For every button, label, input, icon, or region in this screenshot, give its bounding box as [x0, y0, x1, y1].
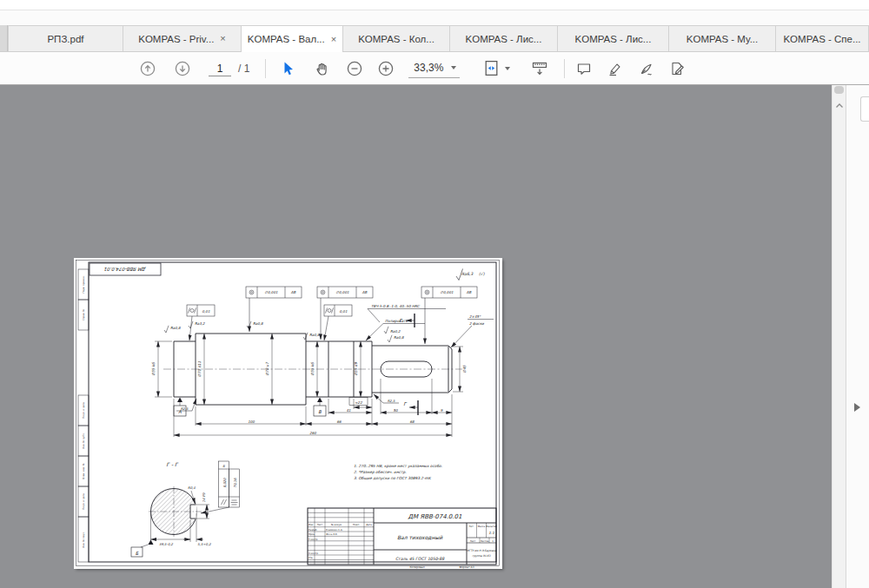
note-line: 3. Общие допуски по ГОСТ 30893.2-mK: [354, 476, 432, 480]
polish-text: Полировать: [385, 319, 408, 323]
dim-length: ≈22: [355, 400, 362, 405]
arrow-down-circle-icon: [174, 60, 191, 77]
tb-label: Н.контр.: [308, 552, 319, 555]
chamfer-qty: 2 фаски: [469, 321, 484, 326]
tb-label: Пров.: [308, 533, 315, 536]
tb-part-title: Вал тихоходный: [397, 534, 443, 540]
hand-icon: [313, 60, 330, 77]
section-cut-marks: Г Г: [399, 314, 418, 415]
margin-label: Перв. примен.: [82, 275, 85, 293]
runout-value: ∅0,001: [441, 290, 454, 294]
zoom-level-dropdown[interactable]: 33,3%: [408, 59, 460, 78]
tab-kompas-spe[interactable]: KOMPAS - Спе...: [775, 25, 869, 51]
tab-kompas-lis1[interactable]: KOMPAS - Лис...: [449, 25, 557, 51]
zoom-in-button[interactable]: [374, 56, 398, 81]
margin-label: Инв. № подл.: [82, 532, 85, 548]
minus-circle-icon: [346, 60, 363, 77]
zoom-level-value: 33,3%: [414, 62, 443, 74]
tb-label: № докум.: [331, 524, 342, 526]
tab-kompas-lis2[interactable]: KOMPAS - Лис...: [557, 25, 668, 51]
dim-radius: R2,5: [388, 399, 395, 403]
dim-length: 41: [346, 408, 351, 413]
dim-radius: R2,5: [181, 406, 189, 411]
panel-tab-stub[interactable]: [860, 96, 869, 122]
tab-kompas-priv[interactable]: KOMPAS - Priv... ×: [123, 25, 241, 51]
comment-tool-button[interactable]: [572, 56, 596, 81]
keyway-depth: 39,5-0,2: [159, 542, 173, 546]
datum-flag-b: В: [314, 398, 326, 417]
tb-group: группа Э1-63: [473, 554, 492, 558]
tab-label: KOMPAS - Лис...: [466, 34, 542, 44]
toolbar-separator: [265, 59, 266, 78]
page-fit-icon: [482, 59, 501, 77]
designation-top-rotated: ДМ ЯВВ-074.0.01: [104, 267, 146, 272]
tab-label: KOMPAS - Лис...: [575, 34, 652, 44]
plus-circle-icon: [377, 60, 395, 77]
length-dim-texts: ≈22 41 50 9 100 66 68 260: [248, 400, 443, 435]
tb-label: Лист: [317, 524, 323, 526]
roughness-value: Ra0,8: [394, 335, 404, 340]
highlight-tool-button[interactable]: [603, 56, 627, 81]
dim-diameter: ∅55 k6: [151, 362, 156, 376]
keyway-width: 14 P9: [202, 492, 206, 502]
margin-label: Подп. и дата: [82, 493, 85, 510]
tab-kompas-mu[interactable]: KOMPAS - Му...: [668, 25, 775, 51]
zoom-out-button[interactable]: [342, 56, 367, 81]
chevron-down-icon: [451, 66, 456, 69]
dim-diameter: ∅55 k6: [310, 362, 315, 376]
dim-length: 9: [441, 408, 443, 413]
tab-kompas-kol[interactable]: KOMPAS - Кол...: [342, 25, 449, 51]
hand-tool-button[interactable]: [309, 56, 334, 81]
tab-close-icon[interactable]: ×: [331, 35, 336, 44]
tb-label: Т.контр.: [308, 538, 318, 541]
previous-page-button[interactable]: [136, 56, 160, 81]
right-panel-strip: [846, 85, 869, 588]
edit-pdf-button[interactable]: [666, 56, 690, 81]
section-tolerance-frames: 0,020 Б Т0,16: [201, 461, 240, 513]
menu-bar: [0, 0, 869, 10]
chamfer-size: 2×45°: [469, 314, 481, 319]
title-block-small-labels: Изм. Лист № докум. Подп. Дата Разраб. Ре…: [308, 524, 497, 559]
fountain-pen-icon: [638, 60, 655, 77]
length-dim-lines: [174, 379, 452, 437]
fill-sign-button[interactable]: [634, 56, 659, 81]
page-display-dropdown[interactable]: [482, 59, 510, 77]
tb-label: Утв.: [308, 557, 314, 559]
scroll-mode-button[interactable]: [527, 56, 552, 81]
next-page-button[interactable]: [170, 56, 195, 81]
roughness-value: Ra0,8: [309, 333, 320, 337]
tb-label: Лит.: [469, 525, 474, 528]
tb-label: Лист: [470, 540, 476, 543]
cylindricity-frames: [187, 305, 352, 340]
tb-kopiroval: Копировал: [409, 565, 424, 569]
arrow-up-circle-icon: [139, 60, 156, 77]
tolerance-datum: Б: [222, 464, 225, 468]
vertical-scrollbar[interactable]: [832, 85, 846, 588]
polish-roughness: Ra0,2: [390, 329, 401, 334]
tab-label: KOMPAS - Кол...: [358, 34, 434, 44]
cursor-arrow-icon: [280, 60, 297, 77]
margin-label: Инв. № дубл.: [82, 433, 85, 449]
corner-roughness-suffix: (√): [479, 272, 485, 276]
dim-length: 66: [336, 420, 342, 424]
page-number-input[interactable]: 1: [209, 61, 231, 76]
runout-frame-texts: ∅0,001 АВ ∅0,001 АВ ∅0,001 АВ: [265, 290, 472, 294]
tab-close-icon[interactable]: ×: [220, 34, 225, 43]
page-count-label: / 1: [238, 63, 249, 75]
tab-rpz[interactable]: РПЗ.pdf: [8, 25, 123, 51]
scrollbar-thumb[interactable]: [834, 86, 844, 94]
tab-kompas-val[interactable]: KOMPAS - Вал... ×: [241, 25, 342, 52]
section-title: Г - Г: [166, 461, 179, 467]
tb-label: Масштаб: [486, 525, 497, 528]
tb-label: Подп.: [353, 524, 360, 526]
section-view: [149, 486, 202, 537]
keyway-height: 5,5+0,2: [197, 542, 211, 546]
roughness-value: Ra3,2: [195, 321, 205, 326]
select-tool-button[interactable]: [276, 56, 301, 81]
expand-panel-arrow-icon[interactable]: [854, 403, 860, 412]
margin-label: Справ. №: [82, 309, 85, 320]
scroll-up-button[interactable]: [835, 96, 844, 112]
tab-label: KOMPAS - Вал...: [248, 34, 325, 44]
margin-labels: Перв. примен. Справ. № Подп. и дата Инв.…: [82, 275, 85, 548]
tab-label: РПЗ.pdf: [47, 34, 83, 44]
